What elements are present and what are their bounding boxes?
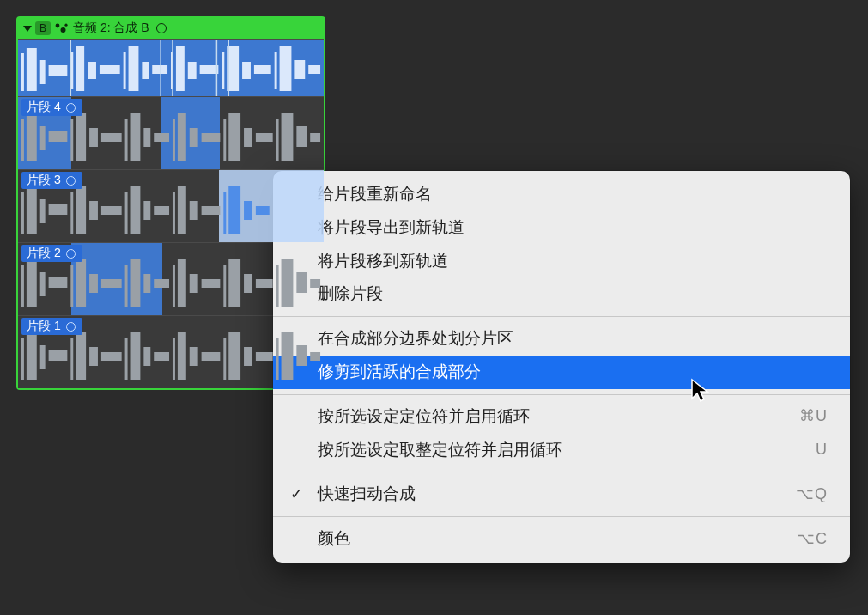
svg-rect-73 <box>223 192 226 234</box>
svg-rect-4 <box>21 53 24 91</box>
svg-rect-117 <box>223 338 226 380</box>
svg-rect-80 <box>49 277 68 288</box>
comp-menu-icon[interactable] <box>54 22 70 34</box>
svg-rect-63 <box>89 201 98 220</box>
svg-rect-111 <box>143 347 150 366</box>
menu-separator <box>273 472 850 472</box>
loop-ring-icon <box>66 176 76 186</box>
svg-rect-82 <box>76 259 86 307</box>
menu-item-set-rounded-locators[interactable]: 按所选设定取整定位符并启用循环 U <box>273 434 850 467</box>
menu-item-slice-at-comp[interactable]: 在合成部分边界处划分片区 <box>273 322 850 356</box>
svg-rect-120 <box>256 352 273 361</box>
svg-rect-122 <box>282 332 294 380</box>
loop-ring-icon <box>66 322 76 332</box>
take-label-text: 片段 1 <box>27 319 61 334</box>
svg-rect-12 <box>124 52 126 89</box>
svg-rect-54 <box>282 113 294 161</box>
svg-rect-66 <box>131 186 141 234</box>
svg-rect-113 <box>173 338 175 380</box>
menu-item-export-take[interactable]: 将片段导出到新轨道 <box>273 211 850 245</box>
svg-rect-110 <box>131 332 141 380</box>
svg-rect-48 <box>202 133 221 142</box>
comp-row[interactable] <box>18 39 324 96</box>
svg-rect-98 <box>282 259 294 307</box>
take-label-text: 片段 2 <box>27 246 61 261</box>
take-folder-title: 音频 2: 合成 B <box>73 21 149 36</box>
take-label[interactable]: 片段 3 <box>21 172 82 189</box>
svg-rect-97 <box>276 265 279 307</box>
svg-rect-62 <box>76 186 86 234</box>
svg-rect-13 <box>129 46 139 91</box>
take-folder-header[interactable]: B 音频 2: 合成 B <box>18 18 324 39</box>
svg-rect-35 <box>40 126 46 150</box>
svg-rect-45 <box>173 119 175 161</box>
take-folder[interactable]: B 音频 2: 合成 B <box>16 16 325 390</box>
svg-rect-14 <box>142 62 149 79</box>
svg-rect-9 <box>76 46 84 91</box>
svg-rect-85 <box>125 265 128 307</box>
menu-item-set-locators[interactable]: 按所选设定定位符并启用循环 ⌘U <box>273 400 850 434</box>
svg-rect-78 <box>27 259 37 307</box>
take-row[interactable]: 片段 1 <box>18 315 324 388</box>
svg-rect-25 <box>280 46 292 91</box>
svg-rect-72 <box>202 206 221 215</box>
svg-rect-107 <box>89 347 98 366</box>
svg-rect-42 <box>131 113 141 161</box>
svg-rect-75 <box>244 201 252 220</box>
svg-rect-79 <box>40 272 46 296</box>
loop-ring-icon <box>66 103 76 113</box>
svg-rect-118 <box>228 332 240 380</box>
svg-rect-41 <box>125 119 128 161</box>
svg-rect-105 <box>70 338 73 380</box>
svg-rect-69 <box>173 192 175 234</box>
svg-rect-39 <box>89 128 98 147</box>
context-menu: 给片段重新命名 将片段导出到新轨道 将片段移到新轨道 删除片段 在合成部分边界处… <box>273 171 850 563</box>
menu-item-trim-to-active-comp[interactable]: 修剪到活跃的合成部分 <box>273 356 850 389</box>
loop-ring-icon <box>66 249 76 259</box>
take-label[interactable]: 片段 1 <box>21 318 82 335</box>
svg-rect-56 <box>310 133 320 142</box>
svg-point-1 <box>61 27 66 33</box>
svg-rect-74 <box>228 186 240 234</box>
menu-item-quick-swipe[interactable]: ✓ 快速扫动合成 ⌥Q <box>273 478 850 511</box>
svg-rect-18 <box>188 62 197 79</box>
svg-rect-106 <box>76 332 86 380</box>
svg-rect-50 <box>228 113 240 161</box>
menu-item-color[interactable]: 颜色 ⌥C <box>273 522 850 556</box>
svg-rect-103 <box>40 345 46 369</box>
svg-rect-88 <box>154 279 169 288</box>
svg-rect-22 <box>242 62 251 79</box>
svg-rect-81 <box>70 265 73 307</box>
svg-rect-99 <box>296 272 307 293</box>
svg-rect-59 <box>40 199 46 223</box>
svg-rect-121 <box>276 338 279 380</box>
svg-rect-61 <box>70 192 73 234</box>
take-row[interactable]: 片段 3 <box>18 169 324 242</box>
menu-item-label: 按所选设定取整定位符并启用循环 <box>318 441 562 459</box>
menu-item-delete-take[interactable]: 删除片段 <box>273 277 850 311</box>
menu-item-move-take[interactable]: 将片段移到新轨道 <box>273 245 850 278</box>
svg-rect-68 <box>154 206 169 215</box>
comp-letter[interactable]: B <box>35 21 51 35</box>
svg-rect-95 <box>244 274 252 293</box>
menu-item-rename-take[interactable]: 给片段重新命名 <box>273 178 850 211</box>
take-label[interactable]: 片段 4 <box>21 99 82 116</box>
menu-item-label: 颜色 <box>318 529 350 547</box>
disclosure-triangle-icon[interactable] <box>23 26 32 32</box>
svg-rect-91 <box>190 274 198 293</box>
svg-rect-108 <box>101 352 122 361</box>
menu-shortcut: ⌘U <box>799 407 828 426</box>
svg-rect-116 <box>202 352 221 361</box>
svg-rect-57 <box>21 192 24 234</box>
take-row[interactable]: 片段 2 <box>18 242 324 315</box>
svg-rect-51 <box>244 128 252 147</box>
svg-rect-34 <box>27 113 37 161</box>
menu-separator <box>273 394 850 395</box>
svg-rect-60 <box>49 204 68 215</box>
take-row[interactable]: 片段 4 <box>18 96 324 169</box>
svg-rect-6 <box>40 60 46 84</box>
menu-item-label: 按所选设定定位符并启用循环 <box>318 407 530 425</box>
take-label[interactable]: 片段 2 <box>21 245 82 262</box>
checkmark-icon: ✓ <box>290 485 303 504</box>
svg-point-0 <box>56 24 60 28</box>
